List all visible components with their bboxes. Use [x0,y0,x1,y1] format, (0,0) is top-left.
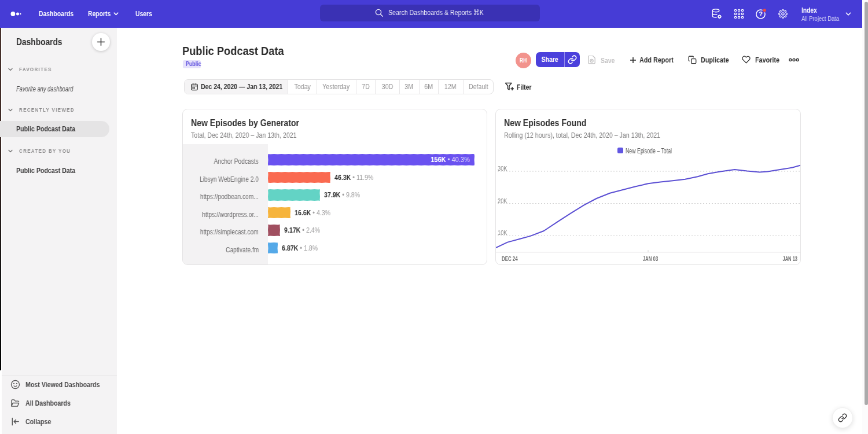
svg-text:New Episode – Total: New Episode – Total [626,147,672,155]
svg-text:10K: 10K [498,229,507,236]
svg-text:DEC 24: DEC 24 [502,255,518,262]
svg-text:30K: 30K [498,165,507,172]
svg-text:JAN 13: JAN 13 [783,255,798,262]
svg-text:?: ? [759,10,763,17]
svg-text:JAN 03: JAN 03 [643,255,659,262]
svg-text:20K: 20K [498,197,507,204]
